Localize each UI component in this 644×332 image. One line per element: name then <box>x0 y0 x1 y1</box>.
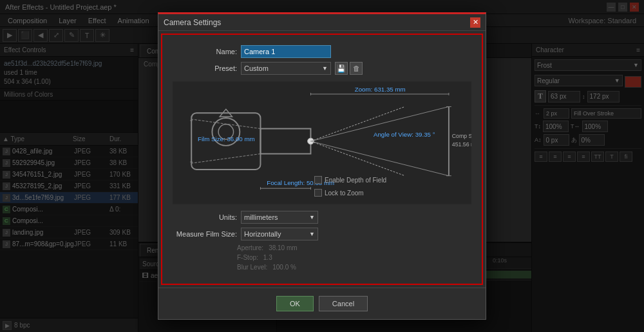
enable-dof-checkbox[interactable] <box>314 176 322 184</box>
lock-zoom-checkbox[interactable] <box>314 189 322 197</box>
name-row: Name: <box>173 45 471 58</box>
measure-label: Measure Film Size: <box>173 230 237 238</box>
lock-zoom-checkbox-row: Lock to Zoom <box>314 189 364 197</box>
lock-zoom-row: Lock to Zoom <box>314 189 364 199</box>
enable-dof-label: Enable Depth of Field <box>325 177 386 184</box>
fstop-label: F-Stop: <box>237 254 258 261</box>
preset-delete-icon[interactable]: 🗑 <box>350 62 363 75</box>
measure-value: Horizontally <box>244 230 281 238</box>
blur-row: Blur Level: 100.0 % <box>237 264 471 271</box>
measure-row: Measure Film Size: Horizontally ▼ <box>173 228 471 240</box>
blur-value: 100.0 % <box>272 264 296 271</box>
lock-zoom-label: Lock to Zoom <box>325 190 364 197</box>
aperture-value: 38.10 mm <box>269 244 297 251</box>
camera-diagram-container: Zoom: 631.35 mm <box>173 80 471 206</box>
disabled-fields: Aperture: 38.10 mm F-Stop: 1.3 Blur Leve… <box>173 244 471 271</box>
fstop-row: F-Stop: 1.3 <box>237 254 471 261</box>
enable-dof-checkbox-row: Enable Depth of Field <box>314 176 386 184</box>
units-value: millimeters <box>244 213 278 221</box>
svg-text:Film Size: 36.00 mm: Film Size: 36.00 mm <box>198 135 255 142</box>
preset-select[interactable]: Custom ▼ <box>241 62 331 75</box>
modal-red-border: Name: Preset: Custom ▼ 💾 🗑 <box>161 34 483 285</box>
cancel-button[interactable]: Cancel <box>319 296 368 311</box>
preset-save-icon[interactable]: 💾 <box>335 62 348 75</box>
aperture-label: Aperture: <box>237 244 263 251</box>
svg-text:451.56 mm: 451.56 mm <box>452 141 471 148</box>
measure-select[interactable]: Horizontally ▼ <box>241 228 318 240</box>
modal-close-button[interactable]: ✕ <box>470 17 480 28</box>
measure-arrow-icon: ▼ <box>309 231 315 237</box>
units-arrow-icon: ▼ <box>309 214 315 220</box>
preset-row: Preset: Custom ▼ 💾 🗑 <box>173 62 471 75</box>
modal-title: Camera Settings <box>164 18 470 27</box>
svg-text:Angle of View: 39.35 °: Angle of View: 39.35 ° <box>374 131 435 138</box>
svg-text:Zoom: 631.35 mm: Zoom: 631.35 mm <box>355 86 406 93</box>
preset-icons: 💾 🗑 <box>335 62 363 75</box>
units-select[interactable]: millimeters ▼ <box>241 211 318 224</box>
blur-label: Blur Level: <box>237 264 267 271</box>
fstop-value: 1.3 <box>263 254 272 261</box>
units-row: Units: millimeters ▼ <box>173 211 471 224</box>
preset-value: Custom <box>244 64 269 72</box>
dof-row: Enable Depth of Field <box>314 176 386 186</box>
svg-text:Comp Size: Comp Size <box>452 133 471 139</box>
name-label: Name: <box>173 48 237 55</box>
name-input[interactable] <box>241 45 331 58</box>
camera-settings-dialog: Camera Settings ✕ Name: Preset: Custom ▼… <box>158 12 486 320</box>
modal-overlay: Camera Settings ✕ Name: Preset: Custom ▼… <box>0 0 644 332</box>
preset-arrow-icon: ▼ <box>322 65 328 72</box>
preset-label: Preset: <box>173 64 237 72</box>
camera-diagram-svg: Zoom: 631.35 mm <box>173 80 471 206</box>
units-label: Units: <box>173 213 237 221</box>
modal-footer: OK Cancel <box>158 288 486 319</box>
modal-body: Name: Preset: Custom ▼ 💾 🗑 <box>162 35 482 284</box>
aperture-row: Aperture: 38.10 mm <box>237 244 471 251</box>
ok-button[interactable]: OK <box>276 296 314 311</box>
modal-title-bar: Camera Settings ✕ <box>158 14 486 31</box>
